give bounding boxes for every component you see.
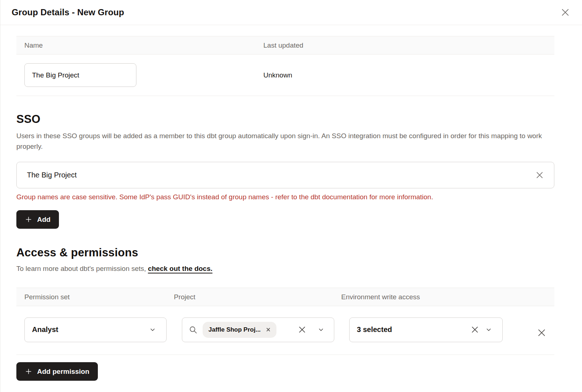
table-row: Unknown <box>16 55 554 96</box>
sso-clear-icon[interactable] <box>535 170 545 180</box>
environment-clear-icon[interactable] <box>467 325 482 334</box>
project-multiselect[interactable]: Jaffle Shop Proj... <box>182 317 334 342</box>
permission-row: Analyst <box>16 306 554 355</box>
column-header-name: Name <box>16 41 263 49</box>
page-title: Group Details - New Group <box>12 7 124 17</box>
group-name-input[interactable] <box>24 63 136 87</box>
column-header-environment-write-access: Environment write access <box>341 293 554 301</box>
name-table-header: Name Last updated <box>16 36 554 55</box>
search-icon <box>189 325 198 334</box>
add-sso-group-button[interactable]: Add <box>16 210 59 229</box>
group-name-table: Name Last updated Unknown <box>16 36 554 96</box>
chevron-down-icon <box>482 326 495 333</box>
column-header-project: Project <box>174 293 341 301</box>
column-header-permission-set: Permission set <box>16 293 174 301</box>
sso-group-input[interactable] <box>26 171 535 180</box>
project-tag[interactable]: Jaffle Shop Proj... <box>203 322 276 338</box>
environment-selected-count: 3 selected <box>357 325 392 334</box>
modal-header: Group Details - New Group <box>0 0 582 25</box>
sso-case-sensitive-warning: Group names are case sensitive. Some IdP… <box>16 193 554 201</box>
plus-icon <box>25 216 32 223</box>
permissions-description-text: To learn more about dbt's permission set… <box>16 265 148 272</box>
project-clear-icon[interactable] <box>295 325 310 334</box>
permissions-table: Permission set Project Environment write… <box>16 288 554 355</box>
access-permissions-heading: Access & permissions <box>16 246 554 259</box>
project-tag-label: Jaffle Shop Proj... <box>208 326 261 333</box>
sso-group-field <box>16 162 554 188</box>
column-header-last-updated: Last updated <box>263 41 554 49</box>
add-button-label: Add <box>37 216 51 224</box>
permission-set-value: Analyst <box>32 325 58 334</box>
chevron-down-icon <box>315 326 327 333</box>
add-permission-label: Add permission <box>37 368 89 376</box>
plus-icon <box>25 368 32 375</box>
permissions-description: To learn more about dbt's permission set… <box>16 265 554 273</box>
close-icon[interactable] <box>560 7 571 18</box>
tag-remove-icon[interactable] <box>266 327 271 332</box>
sso-description: Users in these SSO groups will be added … <box>16 131 554 152</box>
chevron-down-icon <box>146 326 159 333</box>
add-permission-button[interactable]: Add permission <box>16 362 98 381</box>
group-details-modal: Group Details - New Group Name Last upda… <box>0 0 582 392</box>
sso-heading: SSO <box>16 113 554 126</box>
modal-content: Name Last updated Unknown SSO Users in t… <box>0 36 582 381</box>
environment-write-access-select[interactable]: 3 selected <box>349 317 503 342</box>
permission-set-select[interactable]: Analyst <box>24 317 167 342</box>
docs-link[interactable]: check out the docs. <box>148 265 212 272</box>
permissions-table-header: Permission set Project Environment write… <box>16 288 554 306</box>
remove-permission-row-icon[interactable] <box>535 326 548 339</box>
last-updated-value: Unknown <box>263 71 292 79</box>
